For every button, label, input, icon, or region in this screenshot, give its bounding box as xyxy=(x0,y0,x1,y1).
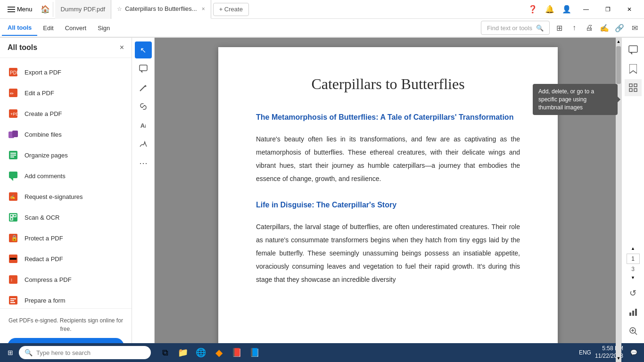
sidebar-list: PDF Export a PDF ✏ Edit a PDF +PDF Creat… xyxy=(0,58,132,308)
upload-button[interactable]: ↑ xyxy=(567,20,582,35)
mail-button[interactable]: ✉ xyxy=(627,20,642,35)
find-label: Find text or tools xyxy=(487,25,532,32)
sidebar-item-compress-pdf[interactable]: ↕ Compress a PDF xyxy=(0,269,132,290)
find-icon: 🔍 xyxy=(536,25,544,32)
tab-close-button[interactable]: × xyxy=(202,6,205,12)
taskbar-task-view[interactable]: ⧉ xyxy=(157,344,173,361)
svg-line-32 xyxy=(140,85,146,91)
svg-rect-42 xyxy=(629,313,631,316)
sidebar-item-combine-files[interactable]: Combine files xyxy=(0,124,132,145)
search-bar[interactable]: 🔍 xyxy=(19,346,151,359)
sidebar-item-scan-ocr[interactable]: Scan & OCR xyxy=(0,207,132,228)
menu-button[interactable]: Menu xyxy=(4,4,36,15)
text-recognize-tool-button[interactable]: Aᵢ xyxy=(135,117,152,134)
sidebar-item-create-pdf[interactable]: +PDF Create a PDF xyxy=(0,103,132,124)
data-button[interactable] xyxy=(625,304,642,321)
page-up-arrow[interactable]: ▲ xyxy=(630,245,636,252)
help-button[interactable]: ❓ xyxy=(526,3,539,16)
organize-pages-icon xyxy=(8,149,19,161)
more-tools-button[interactable]: ⋯ xyxy=(135,155,152,172)
new-tab-button[interactable]: + Create xyxy=(213,3,249,16)
taskbar-word[interactable]: 📘 xyxy=(246,344,263,361)
scroll-thumb[interactable] xyxy=(616,46,621,84)
taskbar-acrobat[interactable]: 📕 xyxy=(228,344,245,361)
scroll-down-arrow[interactable]: ▼ xyxy=(616,354,621,362)
avatar-button[interactable]: 👤 xyxy=(560,3,573,16)
comment-tool-button[interactable] xyxy=(135,60,152,77)
sidebar-close-button[interactable]: × xyxy=(120,43,124,52)
minimize-button[interactable]: — xyxy=(575,0,597,19)
maximize-button[interactable]: ❐ xyxy=(597,0,619,19)
svg-rect-30 xyxy=(140,65,147,71)
zoom-in-button[interactable] xyxy=(625,322,642,339)
svg-rect-35 xyxy=(629,46,637,52)
sign-tool-button[interactable] xyxy=(135,136,152,153)
export-pdf-icon: PDF xyxy=(8,66,19,78)
sidebar-item-label: Request e-signatures xyxy=(25,193,83,200)
close-button[interactable]: ✕ xyxy=(619,0,640,19)
current-page[interactable]: 1 xyxy=(627,254,640,264)
annotate-button[interactable]: ✍ xyxy=(597,20,612,35)
comment-panel-button[interactable] xyxy=(625,41,642,58)
sidebar-item-request-esignatures[interactable]: ✍ Request e-signatures xyxy=(0,186,132,207)
refresh-button[interactable]: ↺ xyxy=(625,285,642,302)
home-button[interactable]: 🏠 xyxy=(38,2,53,17)
taskbar-right: ENG 5:58 PM 11/22/2023 💬 xyxy=(579,345,640,360)
file-tab[interactable]: Dummy PDF.pdf xyxy=(55,0,112,19)
print-button[interactable]: 🖨 xyxy=(582,20,597,35)
menu-edit[interactable]: Edit xyxy=(37,21,59,35)
window-controls: — ❐ ✕ xyxy=(575,0,640,19)
menu-all-tools[interactable]: All tools xyxy=(2,20,37,36)
taskbar-app1[interactable]: ◆ xyxy=(210,344,227,361)
sidebar-item-label: Scan & OCR xyxy=(25,214,59,221)
sidebar: All tools × PDF Export a PDF ✏ Edit a PD… xyxy=(0,38,132,362)
bookmark-button[interactable] xyxy=(625,60,642,77)
thumbnail-button[interactable] xyxy=(625,79,642,96)
sidebar-item-label: Redact a PDF xyxy=(25,255,63,263)
sidebar-item-edit-pdf[interactable]: ✏ Edit a PDF xyxy=(0,82,132,103)
taskbar-notification-button[interactable]: 💬 xyxy=(627,346,640,359)
page-down-arrow[interactable]: ▼ xyxy=(630,274,636,281)
svg-rect-38 xyxy=(629,84,632,87)
sidebar-item-label: Create a PDF xyxy=(25,110,62,117)
annotate-tool-button[interactable] xyxy=(135,79,152,96)
svg-rect-23 xyxy=(10,258,17,260)
menu-sign[interactable]: Sign xyxy=(92,21,116,35)
menu-bar-icons: ⊞ ↑ 🖨 ✍ 🔗 ✉ xyxy=(552,20,642,35)
link-button[interactable]: 🔗 xyxy=(612,20,627,35)
sidebar-item-prepare-form[interactable]: Prepare a form xyxy=(0,290,132,308)
grid-view-button[interactable]: ⊞ xyxy=(552,20,567,35)
select-tool-button[interactable]: ↖ xyxy=(135,41,152,58)
svg-rect-40 xyxy=(629,89,632,91)
scroll-up-arrow[interactable]: ▲ xyxy=(616,38,621,45)
menu-convert[interactable]: Convert xyxy=(59,21,92,35)
main-layout: All tools × PDF Export a PDF ✏ Edit a PD… xyxy=(0,38,644,362)
sidebar-item-organize-pages[interactable]: Organize pages xyxy=(0,145,132,165)
page-navigation: ▲ 1 3 ▼ xyxy=(627,243,640,283)
active-tab[interactable]: ☆ Caterpillars to Butterflies... × xyxy=(111,0,211,19)
svg-rect-7 xyxy=(12,131,18,137)
taskbar: ⊞ 🔍 ⧉ 📁 🌐 ◆ 📕 📘 ENG 5:58 PM 11/22/2023 💬 xyxy=(0,343,644,362)
file-tab-label: Dummy PDF.pdf xyxy=(61,6,106,13)
find-bar[interactable]: Find text or tools 🔍 xyxy=(481,21,550,35)
start-button[interactable]: ⊞ xyxy=(4,347,17,358)
taskbar-search-icon: 🔍 xyxy=(25,349,33,356)
sidebar-item-add-comments[interactable]: Add comments xyxy=(0,165,132,186)
svg-rect-28 xyxy=(10,300,14,301)
sidebar-item-protect-pdf[interactable]: 🔒 Protect a PDF xyxy=(0,228,132,248)
link-tool-button[interactable] xyxy=(135,98,152,115)
title-bar: Menu 🏠 Dummy PDF.pdf ☆ Caterpillars to B… xyxy=(0,0,644,19)
combine-files-icon xyxy=(8,129,19,140)
sidebar-item-label: Edit a PDF xyxy=(25,90,54,97)
sidebar-item-export-pdf[interactable]: PDF Export a PDF xyxy=(0,62,132,82)
sidebar-title: All tools xyxy=(8,43,37,52)
notification-button[interactable]: 🔔 xyxy=(543,3,556,16)
taskbar-file-explorer[interactable]: 📁 xyxy=(174,344,191,361)
menu-bar-right: Find text or tools 🔍 ⊞ ↑ 🖨 ✍ 🔗 ✉ xyxy=(481,20,642,35)
svg-rect-10 xyxy=(10,155,16,156)
redact-pdf-icon xyxy=(8,253,19,264)
svg-rect-39 xyxy=(634,84,637,87)
taskbar-search-input[interactable] xyxy=(36,349,145,356)
taskbar-chrome[interactable]: 🌐 xyxy=(192,344,209,361)
sidebar-item-redact-pdf[interactable]: Redact a PDF xyxy=(0,248,132,269)
